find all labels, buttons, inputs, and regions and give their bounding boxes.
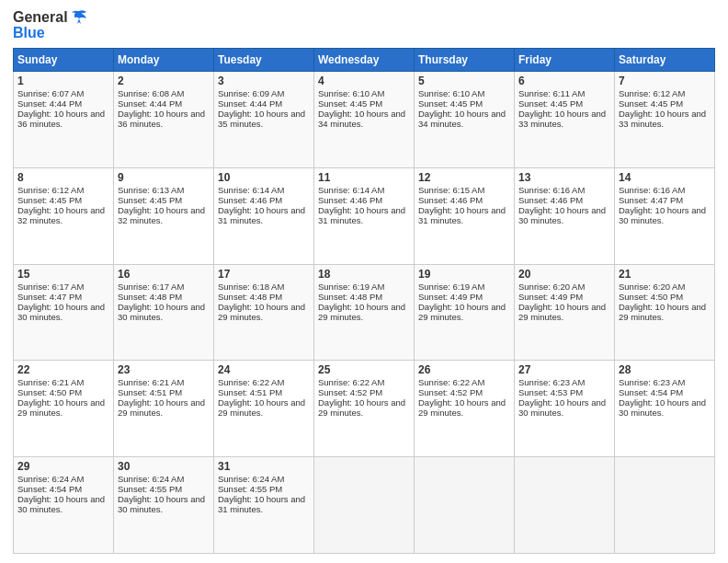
- day-cell: 25Sunrise: 6:22 AMSunset: 4:52 PMDayligh…: [314, 361, 415, 457]
- day-cell: 16Sunrise: 6:17 AMSunset: 4:48 PMDayligh…: [114, 264, 214, 361]
- daylight-text: Daylight: 10 hours and 31 minutes.: [218, 205, 310, 225]
- page: General Blue SundayMondayTuesdayWednesda…: [0, 0, 728, 563]
- day-cell: 15Sunrise: 6:17 AMSunset: 4:47 PMDayligh…: [14, 264, 114, 361]
- sunrise-text: Sunrise: 6:09 AM: [218, 88, 310, 98]
- daylight-text: Daylight: 10 hours and 30 minutes.: [17, 302, 109, 322]
- logo-blue-text: Blue: [13, 26, 45, 40]
- day-cell: 18Sunrise: 6:19 AMSunset: 4:48 PMDayligh…: [314, 264, 415, 361]
- daylight-text: Daylight: 10 hours and 29 minutes.: [518, 302, 610, 322]
- day-number: 9: [118, 171, 210, 184]
- sunset-text: Sunset: 4:50 PM: [619, 292, 711, 302]
- week-row-4: 22Sunrise: 6:21 AMSunset: 4:50 PMDayligh…: [14, 361, 715, 457]
- sunrise-text: Sunrise: 6:21 AM: [17, 377, 109, 387]
- day-number: 31: [218, 460, 310, 473]
- sunset-text: Sunset: 4:48 PM: [218, 292, 310, 302]
- daylight-text: Daylight: 10 hours and 29 minutes.: [318, 302, 410, 322]
- sunset-text: Sunset: 4:52 PM: [418, 387, 510, 397]
- day-cell: 19Sunrise: 6:19 AMSunset: 4:49 PMDayligh…: [415, 264, 515, 361]
- day-cell: 5Sunrise: 6:10 AMSunset: 4:45 PMDaylight…: [415, 72, 515, 168]
- logo-bird-icon: [70, 9, 88, 26]
- day-number: 8: [17, 171, 109, 184]
- sunset-text: Sunset: 4:54 PM: [619, 387, 711, 397]
- day-cell: [314, 457, 415, 554]
- day-cell: 8Sunrise: 6:12 AMSunset: 4:45 PMDaylight…: [14, 167, 114, 264]
- daylight-text: Daylight: 10 hours and 31 minutes.: [218, 494, 310, 514]
- day-cell: 9Sunrise: 6:13 AMSunset: 4:45 PMDaylight…: [114, 167, 214, 264]
- daylight-text: Daylight: 10 hours and 30 minutes.: [619, 397, 711, 418]
- day-number: 25: [318, 363, 410, 376]
- sunset-text: Sunset: 4:46 PM: [518, 195, 610, 205]
- day-number: 27: [518, 363, 610, 376]
- daylight-text: Daylight: 10 hours and 36 minutes.: [17, 109, 109, 129]
- sunset-text: Sunset: 4:47 PM: [17, 292, 109, 302]
- day-header-saturday: Saturday: [615, 49, 715, 72]
- logo-general-text: General: [13, 9, 68, 26]
- day-number: 11: [318, 171, 410, 184]
- sunrise-text: Sunrise: 6:11 AM: [518, 88, 610, 98]
- day-cell: 4Sunrise: 6:10 AMSunset: 4:45 PMDaylight…: [314, 72, 415, 168]
- day-number: 1: [17, 75, 109, 87]
- daylight-text: Daylight: 10 hours and 29 minutes.: [118, 397, 210, 418]
- day-number: 23: [118, 363, 210, 376]
- daylight-text: Daylight: 10 hours and 29 minutes.: [619, 302, 711, 322]
- sunrise-text: Sunrise: 6:10 AM: [418, 88, 510, 98]
- day-number: 14: [619, 171, 711, 184]
- day-number: 17: [218, 268, 310, 281]
- day-cell: 13Sunrise: 6:16 AMSunset: 4:46 PMDayligh…: [515, 167, 615, 264]
- sunrise-text: Sunrise: 6:19 AM: [418, 282, 510, 292]
- sunset-text: Sunset: 4:46 PM: [218, 195, 310, 205]
- daylight-text: Daylight: 10 hours and 30 minutes.: [118, 494, 210, 514]
- day-header-tuesday: Tuesday: [214, 49, 314, 72]
- day-number: 15: [17, 268, 109, 281]
- sunset-text: Sunset: 4:55 PM: [118, 484, 210, 494]
- sunset-text: Sunset: 4:55 PM: [218, 484, 310, 494]
- day-cell: 12Sunrise: 6:15 AMSunset: 4:46 PMDayligh…: [415, 167, 515, 264]
- day-cell: 21Sunrise: 6:20 AMSunset: 4:50 PMDayligh…: [615, 264, 715, 361]
- calendar-table: SundayMondayTuesdayWednesdayThursdayFrid…: [13, 48, 715, 554]
- daylight-text: Daylight: 10 hours and 30 minutes.: [518, 205, 610, 225]
- day-number: 30: [118, 460, 210, 473]
- sunrise-text: Sunrise: 6:14 AM: [318, 185, 410, 195]
- day-number: 24: [218, 363, 310, 376]
- day-header-wednesday: Wednesday: [314, 49, 415, 72]
- day-header-thursday: Thursday: [415, 49, 515, 72]
- day-number: 26: [418, 363, 510, 376]
- day-cell: 11Sunrise: 6:14 AMSunset: 4:46 PMDayligh…: [314, 167, 415, 264]
- daylight-text: Daylight: 10 hours and 32 minutes.: [118, 205, 210, 225]
- daylight-text: Daylight: 10 hours and 29 minutes.: [218, 397, 310, 418]
- day-cell: 10Sunrise: 6:14 AMSunset: 4:46 PMDayligh…: [214, 167, 314, 264]
- sunrise-text: Sunrise: 6:14 AM: [218, 185, 310, 195]
- sunrise-text: Sunrise: 6:20 AM: [619, 282, 711, 292]
- sunrise-text: Sunrise: 6:23 AM: [619, 377, 711, 387]
- day-number: 19: [418, 268, 510, 281]
- day-number: 28: [619, 363, 711, 376]
- day-number: 22: [17, 363, 109, 376]
- sunrise-text: Sunrise: 6:22 AM: [218, 377, 310, 387]
- day-number: 29: [17, 460, 109, 473]
- day-cell: 22Sunrise: 6:21 AMSunset: 4:50 PMDayligh…: [14, 361, 114, 457]
- day-number: 2: [118, 75, 210, 87]
- day-header-friday: Friday: [515, 49, 615, 72]
- sunset-text: Sunset: 4:49 PM: [418, 292, 510, 302]
- logo: General Blue: [13, 9, 88, 40]
- daylight-text: Daylight: 10 hours and 35 minutes.: [218, 109, 310, 129]
- day-cell: [415, 457, 515, 554]
- day-cell: 14Sunrise: 6:16 AMSunset: 4:47 PMDayligh…: [615, 167, 715, 264]
- sunrise-text: Sunrise: 6:23 AM: [518, 377, 610, 387]
- daylight-text: Daylight: 10 hours and 29 minutes.: [218, 302, 310, 322]
- daylight-text: Daylight: 10 hours and 30 minutes.: [619, 205, 711, 225]
- sunset-text: Sunset: 4:45 PM: [619, 98, 711, 109]
- daylight-text: Daylight: 10 hours and 30 minutes.: [118, 302, 210, 322]
- day-number: 16: [118, 268, 210, 281]
- daylight-text: Daylight: 10 hours and 29 minutes.: [418, 302, 510, 322]
- day-cell: 17Sunrise: 6:18 AMSunset: 4:48 PMDayligh…: [214, 264, 314, 361]
- sunset-text: Sunset: 4:51 PM: [118, 387, 210, 397]
- day-cell: 28Sunrise: 6:23 AMSunset: 4:54 PMDayligh…: [615, 361, 715, 457]
- day-cell: 26Sunrise: 6:22 AMSunset: 4:52 PMDayligh…: [415, 361, 515, 457]
- sunrise-text: Sunrise: 6:20 AM: [518, 282, 610, 292]
- day-number: 13: [518, 171, 610, 184]
- sunrise-text: Sunrise: 6:12 AM: [17, 185, 109, 195]
- day-cell: [515, 457, 615, 554]
- sunset-text: Sunset: 4:53 PM: [518, 387, 610, 397]
- sunset-text: Sunset: 4:46 PM: [418, 195, 510, 205]
